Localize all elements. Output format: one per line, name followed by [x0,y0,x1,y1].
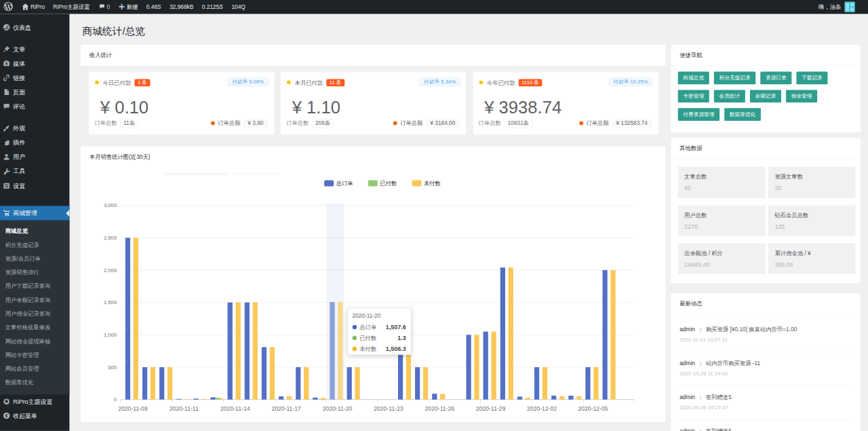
svg-text:2020-11-11: 2020-11-11 [170,405,199,412]
svg-text:2020-11-20: 2020-11-20 [323,405,353,412]
svg-text:2020-11-08: 2020-11-08 [118,405,148,412]
svg-text:1,500: 1,500 [104,299,117,305]
svg-text:2020-11-17: 2020-11-17 [271,405,301,412]
svg-text:2020-11-23: 2020-11-23 [374,405,403,412]
svg-text:2020-12-02: 2020-12-02 [527,405,557,412]
svg-text:2,500: 2,500 [104,235,117,241]
svg-text:0: 0 [114,396,117,402]
svg-text:2020-11-26: 2020-11-26 [425,405,455,412]
svg-text:3,000: 3,000 [104,202,117,208]
svg-text:500: 500 [108,364,117,371]
svg-text:2,000: 2,000 [104,267,117,274]
svg-text:2020-11-14: 2020-11-14 [220,405,250,412]
svg-text:2020-12-05: 2020-12-05 [578,405,608,412]
svg-text:1,000: 1,000 [104,332,117,338]
svg-text:2020-11-29: 2020-11-29 [476,405,506,412]
